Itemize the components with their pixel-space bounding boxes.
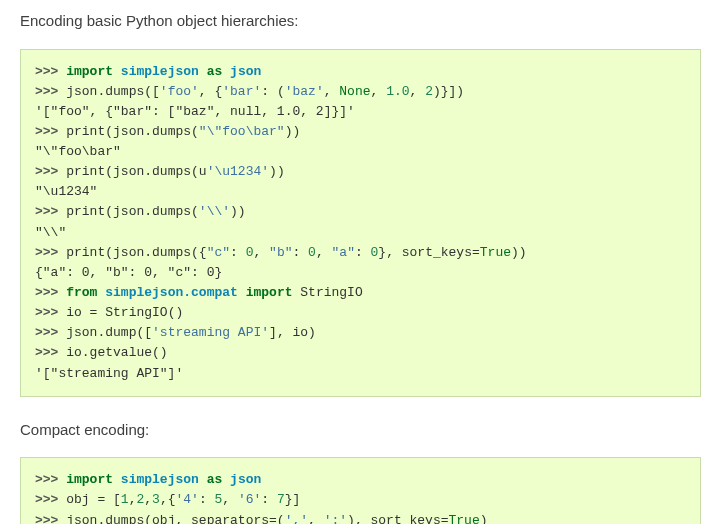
code: }, sort_keys= — [378, 245, 479, 260]
space — [222, 64, 230, 79]
output: "\"foo\bar" — [35, 144, 121, 159]
space — [113, 472, 121, 487]
code: print(json.dumps( — [66, 124, 199, 139]
prompt: >>> — [35, 285, 66, 300]
code: : ( — [261, 84, 284, 99]
code: , — [253, 245, 269, 260]
output: "\\" — [35, 225, 66, 240]
keyword: as — [207, 472, 223, 487]
code: io.getvalue() — [66, 345, 167, 360]
code: }] — [285, 492, 301, 507]
section-heading-1: Encoding basic Python object hierarchies… — [20, 10, 701, 33]
prompt: >>> — [35, 325, 66, 340]
prompt: >>> — [35, 472, 66, 487]
string: ':' — [324, 513, 347, 524]
string: "\"foo\bar" — [199, 124, 285, 139]
code: json.dump([ — [66, 325, 152, 340]
output: {"a": 0, "b": 0, "c": 0} — [35, 265, 222, 280]
number: 7 — [277, 492, 285, 507]
code: : — [230, 245, 246, 260]
number: 2 — [425, 84, 433, 99]
number: 1.0 — [386, 84, 409, 99]
string: '4' — [176, 492, 199, 507]
prompt: >>> — [35, 492, 66, 507]
code: , — [308, 513, 324, 524]
space — [222, 472, 230, 487]
module: simplejson — [121, 64, 199, 79]
module: simplejson — [121, 472, 199, 487]
code: , { — [199, 84, 222, 99]
space — [199, 472, 207, 487]
alias: json — [230, 472, 261, 487]
prompt: >>> — [35, 345, 66, 360]
code: , — [144, 492, 152, 507]
keyword: as — [207, 64, 223, 79]
prompt: >>> — [35, 204, 66, 219]
string: ',' — [285, 513, 308, 524]
keyword: import — [246, 285, 293, 300]
prompt: >>> — [35, 305, 66, 320]
code: ,{ — [160, 492, 176, 507]
keyword: import — [66, 472, 113, 487]
code: ) — [480, 513, 488, 524]
prompt: >>> — [35, 64, 66, 79]
code: obj = [ — [66, 492, 121, 507]
code: print(json.dumps( — [66, 204, 199, 219]
string: '\\' — [199, 204, 230, 219]
keyword: import — [66, 64, 113, 79]
code: ], io) — [269, 325, 316, 340]
code: )}]) — [433, 84, 464, 99]
output: '["foo", {"bar": ["baz", null, 1.0, 2]}]… — [35, 104, 355, 119]
string: 'streaming API' — [152, 325, 269, 340]
module: simplejson.compat — [105, 285, 238, 300]
code-block-1: >>> import simplejson as json >>> json.d… — [20, 49, 701, 397]
name: StringIO — [300, 285, 362, 300]
string: "a" — [332, 245, 355, 260]
code: , — [371, 84, 387, 99]
space — [199, 64, 207, 79]
string: 'baz' — [285, 84, 324, 99]
code: : — [261, 492, 277, 507]
code: json.dumps([ — [66, 84, 160, 99]
keyword: from — [66, 285, 97, 300]
code: : — [293, 245, 309, 260]
prompt: >>> — [35, 84, 66, 99]
code: ), sort_keys= — [347, 513, 448, 524]
space — [113, 64, 121, 79]
code: : — [199, 492, 215, 507]
string: '6' — [238, 492, 261, 507]
string: '\u1234' — [207, 164, 269, 179]
string: "b" — [269, 245, 292, 260]
code: json.dumps(obj, separators=( — [66, 513, 284, 524]
prompt: >>> — [35, 164, 66, 179]
output: '["streaming API"]' — [35, 366, 183, 381]
code: print(json.dumps(u — [66, 164, 206, 179]
string: 'foo' — [160, 84, 199, 99]
code: : — [355, 245, 371, 260]
code: , — [410, 84, 426, 99]
space — [238, 285, 246, 300]
section-heading-2: Compact encoding: — [20, 419, 701, 442]
code: print(json.dumps({ — [66, 245, 206, 260]
prompt: >>> — [35, 124, 66, 139]
alias: json — [230, 64, 261, 79]
code: )) — [269, 164, 285, 179]
constant: None — [339, 84, 370, 99]
code: )) — [230, 204, 246, 219]
number: 3 — [152, 492, 160, 507]
code-block-2: >>> import simplejson as json >>> obj = … — [20, 457, 701, 524]
output: "\u1234" — [35, 184, 97, 199]
prompt: >>> — [35, 513, 66, 524]
code: , — [222, 492, 238, 507]
number: 1 — [121, 492, 129, 507]
code: )) — [285, 124, 301, 139]
code: )) — [511, 245, 527, 260]
constant: True — [480, 245, 511, 260]
prompt: >>> — [35, 245, 66, 260]
number: 0 — [308, 245, 316, 260]
code: , — [316, 245, 332, 260]
string: "c" — [207, 245, 230, 260]
string: 'bar' — [222, 84, 261, 99]
code: , — [324, 84, 340, 99]
code: io = StringIO() — [66, 305, 183, 320]
